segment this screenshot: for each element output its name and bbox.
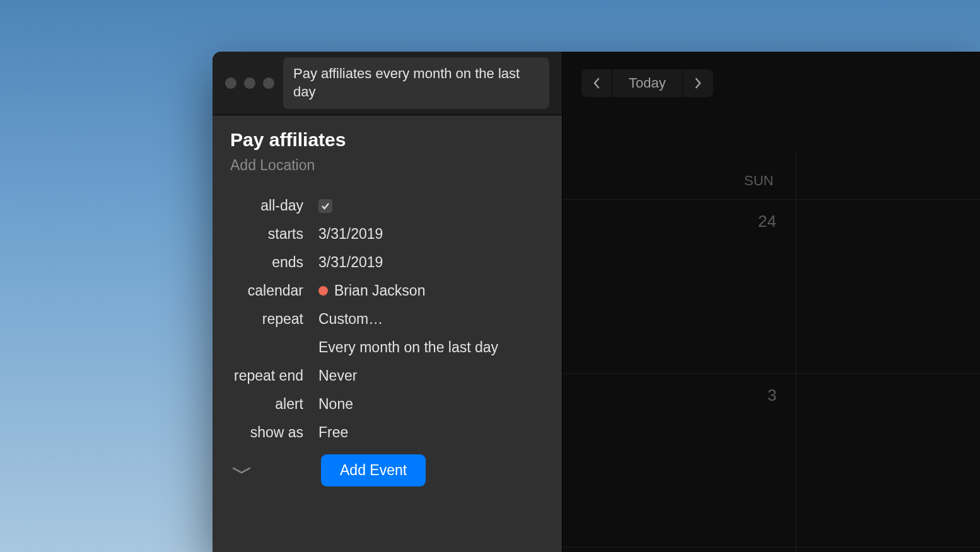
showas-label: show as — [230, 424, 318, 441]
calendar-name: Brian Jackson — [334, 282, 425, 299]
repeat-end-row: repeat end Never — [213, 362, 562, 390]
window-titlebar: Pay affiliates every month on the last d… — [213, 52, 562, 115]
grid-line — [563, 199, 980, 200]
event-location-field[interactable]: Add Location — [213, 157, 562, 192]
calendar-window: Pay affiliates every month on the last d… — [213, 52, 980, 552]
ends-value[interactable]: 3/31/2019 — [318, 254, 383, 271]
prev-button[interactable] — [581, 69, 612, 97]
event-title-field[interactable]: Pay affiliates — [213, 129, 562, 157]
starts-label: starts — [230, 226, 318, 243]
calendar-pane: Today SUN 24 3 10 — [563, 52, 980, 552]
chevron-right-icon — [694, 78, 702, 89]
day-cell-date[interactable]: 3 — [767, 386, 776, 405]
calendar-color-dot-icon — [318, 286, 328, 296]
repeat-label: repeat — [230, 311, 318, 328]
repeat-detail-value: Every month on the last day — [318, 339, 498, 356]
expand-details-handle[interactable] — [230, 466, 253, 475]
grid-line — [796, 152, 796, 552]
repeat-detail-row: Every month on the last day — [213, 333, 562, 362]
zoom-window-button[interactable] — [263, 78, 274, 89]
checkmark-icon — [321, 202, 330, 210]
calendar-toolbar: Today — [563, 52, 980, 115]
calendar-label: calendar — [230, 282, 318, 299]
alert-row: alert None — [213, 390, 562, 418]
repeat-row: repeat Custom… — [213, 305, 562, 333]
event-editor-pane: Pay affiliates every month on the last d… — [213, 52, 563, 552]
day-header-sun: SUN — [744, 173, 773, 189]
ends-row: ends 3/31/2019 — [213, 248, 562, 277]
quick-event-input[interactable]: Pay affiliates every month on the last d… — [283, 57, 549, 108]
date-nav-segment: Today — [581, 69, 713, 97]
grid-line — [563, 547, 980, 548]
day-cell-date[interactable]: 24 — [758, 212, 776, 231]
starts-row: starts 3/31/2019 — [213, 220, 562, 248]
close-window-button[interactable] — [225, 78, 236, 89]
allday-row: all-day — [213, 192, 562, 220]
allday-label: all-day — [230, 197, 318, 214]
calendar-row: calendar Brian Jackson — [213, 277, 562, 305]
starts-value[interactable]: 3/31/2019 — [318, 226, 383, 243]
event-details-panel: Pay affiliates Add Location all-day star… — [213, 115, 562, 552]
repeat-end-label: repeat end — [230, 367, 318, 384]
minimize-window-button[interactable] — [244, 78, 255, 89]
button-row: Add Event — [213, 447, 562, 486]
showas-row: show as Free — [213, 418, 562, 447]
alert-label: alert — [230, 396, 318, 413]
calendar-grid[interactable]: SUN 24 3 10 — [563, 152, 980, 552]
chevron-left-icon — [593, 78, 600, 89]
showas-value[interactable]: Free — [318, 424, 348, 441]
repeat-value[interactable]: Custom… — [318, 311, 383, 328]
repeat-end-value[interactable]: Never — [318, 367, 357, 384]
today-button[interactable]: Today — [612, 69, 683, 97]
allday-checkbox[interactable] — [318, 199, 332, 213]
ends-label: ends — [230, 254, 318, 271]
window-traffic-lights — [225, 78, 274, 89]
chevron-down-icon — [231, 466, 252, 475]
grid-line — [563, 373, 980, 374]
add-event-button[interactable]: Add Event — [321, 454, 426, 486]
calendar-value[interactable]: Brian Jackson — [318, 282, 425, 299]
alert-value[interactable]: None — [318, 396, 353, 413]
next-button[interactable] — [683, 69, 713, 97]
